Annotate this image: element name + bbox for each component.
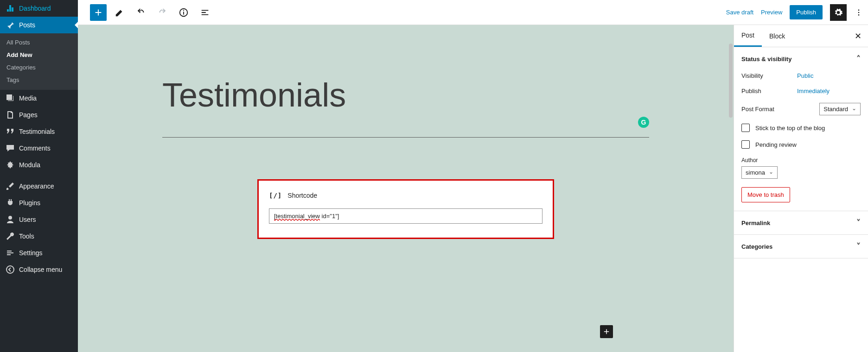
- svg-point-6: [858, 14, 859, 15]
- post-title[interactable]: Testimonials: [162, 25, 649, 132]
- editor-canvas-wrap: Testimonials G [/] Shortcode [testimonia…: [78, 25, 734, 352]
- add-block-button[interactable]: [90, 4, 107, 21]
- move-to-trash-button[interactable]: Move to trash: [741, 187, 790, 202]
- pending-review-label: Pending review: [755, 141, 797, 148]
- publish-label: Publish: [741, 88, 797, 94]
- shortcode-text-suffix: id="1"]: [320, 213, 339, 220]
- svg-point-5: [858, 12, 859, 13]
- sidebar-sub-add-new[interactable]: Add New: [0, 49, 78, 61]
- close-panel-button[interactable]: ✕: [848, 25, 868, 47]
- section-permalink: Permalink ˅: [734, 211, 868, 235]
- editor-toolbar: Save draft Preview Publish: [78, 0, 868, 25]
- checkbox-icon: [741, 124, 750, 132]
- sidebar-item-pages[interactable]: Pages: [0, 107, 78, 123]
- sidebar-label: Pages: [19, 111, 38, 119]
- sidebar-label: Users: [19, 216, 36, 223]
- sidebar-label: Tools: [19, 233, 34, 240]
- checkbox-icon: [741, 140, 750, 149]
- sidebar-item-modula[interactable]: Modula: [0, 157, 78, 173]
- sidebar-sub-categories[interactable]: Categories: [0, 61, 78, 74]
- sidebar-collapse[interactable]: Collapse menu: [0, 261, 78, 278]
- sidebar-item-comments[interactable]: Comments: [0, 140, 78, 157]
- more-options-button[interactable]: [854, 4, 863, 21]
- sidebar-item-plugins[interactable]: Plugins: [0, 195, 78, 211]
- info-button[interactable]: [175, 4, 192, 21]
- undo-button[interactable]: [133, 4, 149, 21]
- sidebar-item-posts[interactable]: Posts: [0, 17, 78, 33]
- sidebar-sub-tags[interactable]: Tags: [0, 74, 78, 86]
- sidebar-label: Testimonials: [19, 128, 55, 135]
- pin-icon: [6, 20, 15, 30]
- preview-link[interactable]: Preview: [761, 9, 782, 16]
- sidebar-label: Media: [19, 94, 37, 102]
- visibility-value[interactable]: Public: [797, 72, 813, 79]
- shortcode-label: Shortcode: [287, 192, 317, 199]
- settings-button[interactable]: [830, 4, 847, 21]
- sliders-icon: [6, 248, 15, 258]
- collapse-icon: [6, 265, 15, 274]
- author-label: Author: [741, 157, 861, 163]
- chevron-down-icon: ˅: [856, 218, 861, 228]
- shortcode-input[interactable]: [testimonial_view id="1"]: [269, 208, 542, 224]
- pages-icon: [6, 110, 15, 119]
- svg-rect-2: [183, 12, 184, 14]
- post-format-select[interactable]: Standard: [819, 103, 861, 115]
- post-format-label: Post Format: [741, 106, 774, 113]
- visibility-label: Visibility: [741, 72, 797, 79]
- shortcode-block[interactable]: [/] Shortcode [testimonial_view id="1"]: [257, 179, 554, 239]
- publish-button[interactable]: Publish: [790, 5, 823, 19]
- sidebar-item-media[interactable]: Media: [0, 90, 78, 107]
- scrollbar-track[interactable]: [727, 25, 734, 352]
- section-categories: Categories ˅: [734, 235, 868, 258]
- quote-icon: [6, 127, 15, 136]
- svg-rect-3: [183, 10, 184, 11]
- section-permalink-toggle[interactable]: Permalink ˅: [734, 211, 868, 234]
- shortcode-icon: [/]: [269, 192, 282, 199]
- edit-mode-button[interactable]: [111, 4, 128, 21]
- outline-button[interactable]: [197, 4, 213, 21]
- sidebar-label: Modula: [19, 161, 40, 169]
- sidebar-item-settings[interactable]: Settings: [0, 245, 78, 261]
- section-status-visibility: Status & visibility ˄ Visibility Public …: [734, 47, 868, 211]
- sidebar-item-dashboard[interactable]: Dashboard: [0, 0, 78, 17]
- grammarly-icon[interactable]: G: [638, 117, 649, 128]
- main-area: Save draft Preview Publish Testimonials …: [78, 0, 868, 352]
- stick-top-label: Stick to the top of the blog: [755, 125, 825, 132]
- sidebar-label: Collapse menu: [19, 266, 62, 273]
- pending-review-checkbox[interactable]: Pending review: [741, 140, 861, 149]
- sidebar-item-tools[interactable]: Tools: [0, 228, 78, 245]
- publish-value[interactable]: Immediately: [797, 88, 830, 94]
- sidebar-item-users[interactable]: Users: [0, 211, 78, 228]
- chevron-up-icon: ˄: [856, 54, 861, 64]
- sidebar-label: Settings: [19, 249, 43, 257]
- sidebar-posts-submenu: All Posts Add New Categories Tags: [0, 33, 78, 90]
- editor-canvas[interactable]: Testimonials G [/] Shortcode [testimonia…: [78, 25, 734, 352]
- section-title: Status & visibility: [741, 56, 791, 63]
- author-select[interactable]: simona: [741, 166, 778, 179]
- scrollbar-thumb[interactable]: [729, 44, 733, 118]
- section-categories-toggle[interactable]: Categories ˅: [734, 235, 868, 258]
- comment-icon: [6, 144, 15, 153]
- save-draft-link[interactable]: Save draft: [726, 9, 753, 16]
- tab-post[interactable]: Post: [734, 25, 762, 47]
- sidebar-sub-all-posts[interactable]: All Posts: [0, 36, 78, 49]
- settings-panel: Post Block ✕ Status & visibility ˄ Visib…: [734, 25, 868, 352]
- svg-point-4: [858, 9, 859, 10]
- sidebar-item-appearance[interactable]: Appearance: [0, 178, 78, 195]
- shortcode-text-prefix: [testimonial_view: [274, 213, 320, 220]
- brush-icon: [6, 182, 15, 191]
- stick-top-checkbox[interactable]: Stick to the top of the blog: [741, 124, 861, 132]
- chevron-down-icon: ˅: [856, 241, 861, 251]
- section-title: Permalink: [741, 220, 770, 226]
- plug-icon: [6, 198, 15, 207]
- append-block-button[interactable]: [600, 325, 613, 338]
- sidebar-item-testimonials[interactable]: Testimonials: [0, 123, 78, 140]
- svg-point-0: [6, 266, 14, 273]
- sidebar-label: Dashboard: [19, 5, 51, 12]
- redo-button[interactable]: [154, 4, 171, 21]
- dashboard-icon: [6, 4, 15, 13]
- separator-block[interactable]: [162, 137, 649, 138]
- section-status-toggle[interactable]: Status & visibility ˄: [734, 47, 868, 70]
- sidebar-label: Posts: [19, 21, 35, 29]
- tab-block[interactable]: Block: [762, 26, 792, 46]
